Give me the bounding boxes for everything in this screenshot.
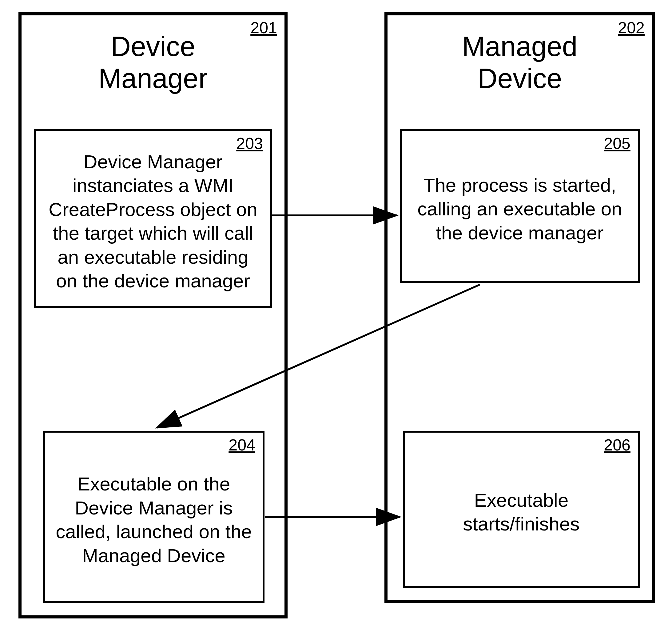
device-manager-title-2: Manager — [99, 63, 208, 94]
device-manager-title-1: Device — [111, 31, 195, 62]
diagram-canvas: 201 Device Manager 202 Managed Device 20… — [0, 0, 672, 640]
step-203: 203 Device Manager instanciates a WMI Cr… — [34, 129, 272, 308]
ref-206: 206 — [604, 436, 630, 454]
step-204-text: Executable on the Device Manager is call… — [54, 466, 253, 567]
managed-device-title: Managed Device — [388, 31, 652, 94]
step-205-text: The process is started, calling an execu… — [411, 168, 629, 245]
step-205: 205 The process is started, calling an e… — [400, 129, 640, 283]
step-204: 204 Executable on the Device Manager is … — [43, 431, 265, 603]
managed-device-title-1: Managed — [462, 31, 577, 62]
ref-203: 203 — [236, 134, 263, 152]
step-206: 206 Executable starts/finishes — [403, 431, 640, 588]
step-206-text: Executable starts/finishes — [414, 483, 629, 536]
ref-205: 205 — [604, 134, 630, 152]
device-manager-title: Device Manager — [21, 31, 284, 94]
managed-device-title-2: Device — [477, 63, 562, 94]
ref-204: 204 — [228, 436, 255, 454]
step-203-text: Device Manager instanciates a WMI Create… — [45, 144, 261, 293]
